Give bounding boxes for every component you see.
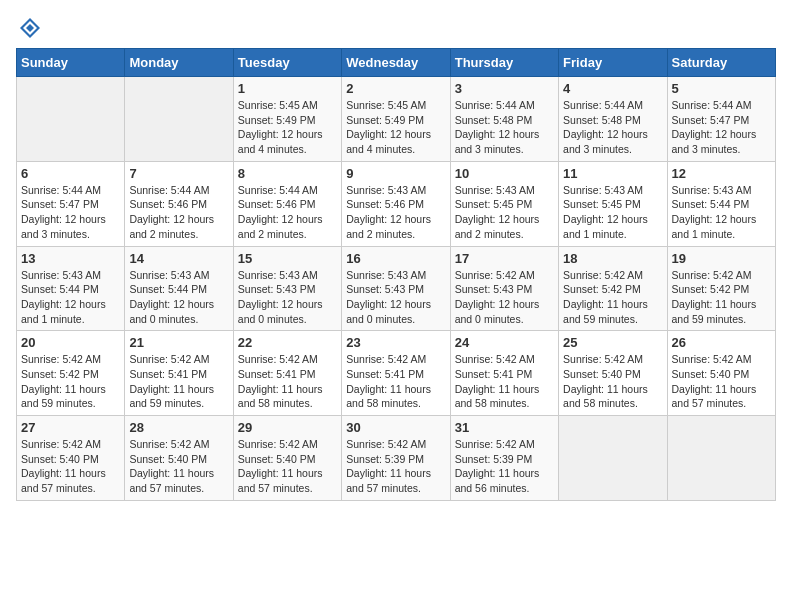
calendar-cell: 14Sunrise: 5:43 AMSunset: 5:44 PMDayligh… xyxy=(125,246,233,331)
calendar-cell: 23Sunrise: 5:42 AMSunset: 5:41 PMDayligh… xyxy=(342,331,450,416)
day-info: Sunrise: 5:44 AMSunset: 5:46 PMDaylight:… xyxy=(129,183,228,242)
calendar-cell: 9Sunrise: 5:43 AMSunset: 5:46 PMDaylight… xyxy=(342,161,450,246)
day-number: 11 xyxy=(563,166,662,181)
day-number: 19 xyxy=(672,251,771,266)
day-info: Sunrise: 5:44 AMSunset: 5:48 PMDaylight:… xyxy=(455,98,554,157)
day-number: 6 xyxy=(21,166,120,181)
day-number: 29 xyxy=(238,420,337,435)
calendar-cell: 8Sunrise: 5:44 AMSunset: 5:46 PMDaylight… xyxy=(233,161,341,246)
calendar-cell xyxy=(667,416,775,501)
calendar-cell: 25Sunrise: 5:42 AMSunset: 5:40 PMDayligh… xyxy=(559,331,667,416)
calendar-cell: 13Sunrise: 5:43 AMSunset: 5:44 PMDayligh… xyxy=(17,246,125,331)
day-info: Sunrise: 5:44 AMSunset: 5:47 PMDaylight:… xyxy=(672,98,771,157)
day-number: 17 xyxy=(455,251,554,266)
day-info: Sunrise: 5:42 AMSunset: 5:40 PMDaylight:… xyxy=(238,437,337,496)
calendar-cell: 12Sunrise: 5:43 AMSunset: 5:44 PMDayligh… xyxy=(667,161,775,246)
calendar-cell: 19Sunrise: 5:42 AMSunset: 5:42 PMDayligh… xyxy=(667,246,775,331)
day-info: Sunrise: 5:43 AMSunset: 5:43 PMDaylight:… xyxy=(238,268,337,327)
calendar-cell xyxy=(559,416,667,501)
day-number: 16 xyxy=(346,251,445,266)
day-number: 26 xyxy=(672,335,771,350)
day-info: Sunrise: 5:42 AMSunset: 5:40 PMDaylight:… xyxy=(563,352,662,411)
calendar-cell: 28Sunrise: 5:42 AMSunset: 5:40 PMDayligh… xyxy=(125,416,233,501)
day-info: Sunrise: 5:42 AMSunset: 5:41 PMDaylight:… xyxy=(346,352,445,411)
calendar-cell: 20Sunrise: 5:42 AMSunset: 5:42 PMDayligh… xyxy=(17,331,125,416)
day-info: Sunrise: 5:42 AMSunset: 5:42 PMDaylight:… xyxy=(563,268,662,327)
day-number: 3 xyxy=(455,81,554,96)
calendar-week-5: 27Sunrise: 5:42 AMSunset: 5:40 PMDayligh… xyxy=(17,416,776,501)
day-number: 30 xyxy=(346,420,445,435)
day-number: 12 xyxy=(672,166,771,181)
day-number: 10 xyxy=(455,166,554,181)
day-number: 28 xyxy=(129,420,228,435)
weekday-header-friday: Friday xyxy=(559,49,667,77)
calendar-cell xyxy=(125,77,233,162)
calendar-cell: 17Sunrise: 5:42 AMSunset: 5:43 PMDayligh… xyxy=(450,246,558,331)
calendar-week-4: 20Sunrise: 5:42 AMSunset: 5:42 PMDayligh… xyxy=(17,331,776,416)
day-number: 8 xyxy=(238,166,337,181)
day-number: 22 xyxy=(238,335,337,350)
day-info: Sunrise: 5:42 AMSunset: 5:41 PMDaylight:… xyxy=(455,352,554,411)
calendar-cell: 11Sunrise: 5:43 AMSunset: 5:45 PMDayligh… xyxy=(559,161,667,246)
logo xyxy=(16,16,42,40)
weekday-header-thursday: Thursday xyxy=(450,49,558,77)
calendar-cell: 27Sunrise: 5:42 AMSunset: 5:40 PMDayligh… xyxy=(17,416,125,501)
weekday-header-sunday: Sunday xyxy=(17,49,125,77)
calendar-cell: 1Sunrise: 5:45 AMSunset: 5:49 PMDaylight… xyxy=(233,77,341,162)
calendar-cell xyxy=(17,77,125,162)
day-info: Sunrise: 5:43 AMSunset: 5:45 PMDaylight:… xyxy=(455,183,554,242)
weekday-header-saturday: Saturday xyxy=(667,49,775,77)
calendar-cell: 3Sunrise: 5:44 AMSunset: 5:48 PMDaylight… xyxy=(450,77,558,162)
day-info: Sunrise: 5:42 AMSunset: 5:41 PMDaylight:… xyxy=(238,352,337,411)
day-number: 2 xyxy=(346,81,445,96)
day-number: 24 xyxy=(455,335,554,350)
day-number: 31 xyxy=(455,420,554,435)
day-info: Sunrise: 5:43 AMSunset: 5:44 PMDaylight:… xyxy=(672,183,771,242)
day-info: Sunrise: 5:42 AMSunset: 5:40 PMDaylight:… xyxy=(129,437,228,496)
calendar-week-3: 13Sunrise: 5:43 AMSunset: 5:44 PMDayligh… xyxy=(17,246,776,331)
calendar-cell: 31Sunrise: 5:42 AMSunset: 5:39 PMDayligh… xyxy=(450,416,558,501)
weekday-header-tuesday: Tuesday xyxy=(233,49,341,77)
calendar-cell: 24Sunrise: 5:42 AMSunset: 5:41 PMDayligh… xyxy=(450,331,558,416)
calendar-week-2: 6Sunrise: 5:44 AMSunset: 5:47 PMDaylight… xyxy=(17,161,776,246)
day-number: 27 xyxy=(21,420,120,435)
weekday-row: SundayMondayTuesdayWednesdayThursdayFrid… xyxy=(17,49,776,77)
calendar-cell: 7Sunrise: 5:44 AMSunset: 5:46 PMDaylight… xyxy=(125,161,233,246)
day-info: Sunrise: 5:42 AMSunset: 5:40 PMDaylight:… xyxy=(672,352,771,411)
calendar-cell: 15Sunrise: 5:43 AMSunset: 5:43 PMDayligh… xyxy=(233,246,341,331)
day-number: 23 xyxy=(346,335,445,350)
day-number: 21 xyxy=(129,335,228,350)
day-info: Sunrise: 5:42 AMSunset: 5:42 PMDaylight:… xyxy=(21,352,120,411)
weekday-header-monday: Monday xyxy=(125,49,233,77)
calendar-header: SundayMondayTuesdayWednesdayThursdayFrid… xyxy=(17,49,776,77)
day-number: 25 xyxy=(563,335,662,350)
logo-area xyxy=(16,16,42,40)
day-info: Sunrise: 5:42 AMSunset: 5:41 PMDaylight:… xyxy=(129,352,228,411)
day-number: 4 xyxy=(563,81,662,96)
calendar-cell: 16Sunrise: 5:43 AMSunset: 5:43 PMDayligh… xyxy=(342,246,450,331)
day-number: 9 xyxy=(346,166,445,181)
calendar-cell: 5Sunrise: 5:44 AMSunset: 5:47 PMDaylight… xyxy=(667,77,775,162)
day-number: 13 xyxy=(21,251,120,266)
day-info: Sunrise: 5:42 AMSunset: 5:39 PMDaylight:… xyxy=(346,437,445,496)
weekday-header-wednesday: Wednesday xyxy=(342,49,450,77)
day-info: Sunrise: 5:44 AMSunset: 5:48 PMDaylight:… xyxy=(563,98,662,157)
day-number: 7 xyxy=(129,166,228,181)
day-info: Sunrise: 5:43 AMSunset: 5:43 PMDaylight:… xyxy=(346,268,445,327)
calendar-cell: 6Sunrise: 5:44 AMSunset: 5:47 PMDaylight… xyxy=(17,161,125,246)
day-number: 18 xyxy=(563,251,662,266)
day-info: Sunrise: 5:42 AMSunset: 5:39 PMDaylight:… xyxy=(455,437,554,496)
calendar-cell: 4Sunrise: 5:44 AMSunset: 5:48 PMDaylight… xyxy=(559,77,667,162)
day-info: Sunrise: 5:43 AMSunset: 5:44 PMDaylight:… xyxy=(129,268,228,327)
calendar-cell: 2Sunrise: 5:45 AMSunset: 5:49 PMDaylight… xyxy=(342,77,450,162)
header xyxy=(16,16,776,40)
day-number: 5 xyxy=(672,81,771,96)
day-info: Sunrise: 5:45 AMSunset: 5:49 PMDaylight:… xyxy=(346,98,445,157)
day-info: Sunrise: 5:44 AMSunset: 5:47 PMDaylight:… xyxy=(21,183,120,242)
day-number: 15 xyxy=(238,251,337,266)
day-info: Sunrise: 5:43 AMSunset: 5:45 PMDaylight:… xyxy=(563,183,662,242)
calendar-week-1: 1Sunrise: 5:45 AMSunset: 5:49 PMDaylight… xyxy=(17,77,776,162)
day-info: Sunrise: 5:44 AMSunset: 5:46 PMDaylight:… xyxy=(238,183,337,242)
calendar-body: 1Sunrise: 5:45 AMSunset: 5:49 PMDaylight… xyxy=(17,77,776,501)
calendar-table: SundayMondayTuesdayWednesdayThursdayFrid… xyxy=(16,48,776,501)
